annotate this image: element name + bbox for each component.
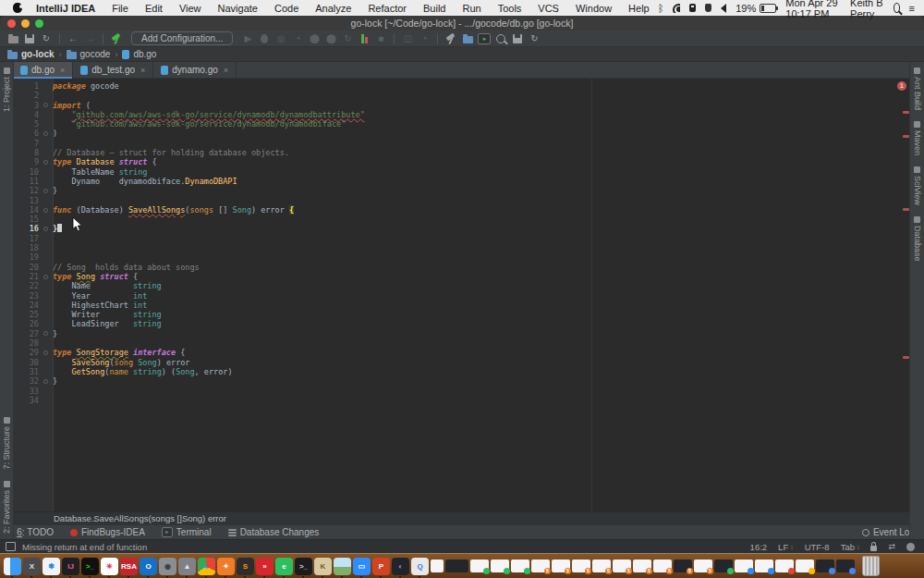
menu-run[interactable]: Run — [454, 3, 489, 14]
stop-icon[interactable]: ■ — [373, 32, 388, 45]
close-tab-icon[interactable]: × — [140, 66, 145, 75]
apple-menu-icon[interactable] — [13, 3, 22, 13]
dock-app-compass-utility[interactable]: ◉ — [159, 558, 176, 575]
open-project-icon[interactable] — [6, 32, 20, 45]
dock-app-fire-orange-app[interactable]: ✦ — [217, 558, 235, 575]
dock-app-evernote[interactable]: e — [275, 558, 293, 575]
error-count-badge[interactable]: 1 — [897, 81, 906, 91]
forward-icon[interactable]: → — [82, 32, 97, 45]
fold-marker-icon[interactable] — [43, 350, 48, 355]
sync-icon[interactable]: ⇄ — [888, 542, 895, 551]
fold-marker-icon[interactable] — [43, 131, 48, 136]
profile-icon[interactable]: ◔ — [290, 32, 305, 45]
refresh-icon[interactable]: ↻ — [527, 32, 541, 45]
dock-app-photos-landscape[interactable] — [334, 558, 351, 575]
menu-navigate[interactable]: Navigate — [210, 3, 266, 14]
line-ending-select[interactable]: LF↕ — [778, 542, 794, 552]
dock-app-powerpoint[interactable]: P — [372, 558, 390, 575]
tool-button-maven[interactable]: Maven — [913, 121, 922, 155]
dock-app-slack[interactable]: ✳ — [101, 558, 118, 575]
dock-minimized-window[interactable] — [511, 560, 529, 572]
readonly-lock-icon[interactable] — [870, 546, 877, 551]
dock-app-blue-sphere-app[interactable]: ✱ — [43, 558, 60, 575]
notification-center-icon[interactable]: ≡ — [909, 3, 915, 14]
coverage-icon[interactable]: ◎ — [274, 32, 288, 45]
breadcrumb-gocode[interactable]: gocode — [67, 49, 111, 59]
tool-window-button-database-changes[interactable]: Database Changes — [220, 527, 328, 537]
menu-help[interactable]: Help — [620, 3, 658, 14]
dock-minimized-window[interactable] — [491, 560, 509, 572]
dock-minimized-window[interactable] — [775, 560, 794, 572]
dock-minimized-window[interactable] — [796, 560, 814, 572]
dock-app-keychain[interactable]: K — [314, 558, 332, 575]
concurrency-diagram-icon[interactable] — [357, 32, 371, 45]
menu-view[interactable]: View — [171, 3, 210, 14]
fold-marker-icon[interactable] — [43, 331, 48, 336]
run-icon[interactable]: ▶ — [240, 32, 255, 45]
menubar-clock[interactable]: Mon Apr 29 10:17 PM — [785, 0, 841, 19]
menu-tools[interactable]: Tools — [490, 3, 530, 14]
dock-minimized-window[interactable]: S — [552, 560, 570, 572]
save-layout-icon[interactable] — [510, 32, 525, 45]
spotlight-icon[interactable] — [894, 3, 900, 13]
dump-icon[interactable]: ◔ — [417, 32, 432, 45]
dock-minimized-window[interactable] — [836, 560, 855, 572]
menu-vcs[interactable]: VCS — [529, 3, 567, 14]
tool-button-ant-build[interactable]: Ant Build — [913, 68, 922, 110]
tool-window-quick-access-icon[interactable] — [6, 542, 16, 551]
fold-marker-icon[interactable] — [43, 160, 48, 165]
menu-analyze[interactable]: Analyze — [307, 3, 359, 14]
search-everywhere-icon[interactable] — [493, 32, 508, 45]
dock-app-iterm[interactable]: >_ — [295, 558, 312, 575]
dock-minimized-window[interactable] — [755, 560, 773, 572]
dock-minimized-window[interactable]: S — [592, 560, 611, 572]
save-all-icon[interactable] — [22, 32, 37, 45]
trash-icon[interactable] — [862, 556, 880, 576]
code-editor[interactable]: 1package gocode23import (4 "github.com/a… — [13, 79, 910, 511]
menu-file[interactable]: File — [103, 3, 137, 14]
bluetooth-icon[interactable]: ᛒ — [658, 3, 664, 14]
back-icon[interactable]: ← — [66, 32, 80, 45]
fold-marker-icon[interactable] — [43, 275, 48, 279]
profiler-icon[interactable]: ⬤ — [307, 32, 322, 45]
build-project-icon[interactable] — [109, 32, 124, 45]
project-structure-icon[interactable] — [460, 32, 475, 45]
dock-minimized-window[interactable] — [431, 560, 444, 572]
tool-button-database[interactable]: Database — [913, 216, 922, 262]
fold-marker-icon[interactable] — [43, 379, 48, 384]
dock-app-chrome[interactable]: ● — [198, 558, 215, 575]
debug-icon[interactable] — [257, 32, 272, 45]
dock-minimized-window[interactable]: S — [653, 560, 672, 572]
dock-minimized-window[interactable] — [470, 560, 489, 572]
dock-minimized-window[interactable] — [445, 560, 468, 572]
tab-db-go[interactable]: db.go× — [13, 62, 73, 78]
error-stripe-mark[interactable] — [903, 356, 909, 359]
terminal-toolbar-icon[interactable]: ▸ — [477, 32, 492, 45]
battery-indicator[interactable]: 19% — [736, 3, 776, 14]
error-stripe-mark[interactable] — [903, 135, 909, 138]
dock-app-intellij-idea[interactable]: IJ — [62, 558, 79, 575]
dock-minimized-window[interactable]: S — [531, 560, 550, 572]
error-stripe-mark[interactable] — [903, 208, 909, 211]
indent-select[interactable]: Tab↕ — [841, 542, 860, 552]
dock-app-rsa-securid[interactable]: RSA — [120, 558, 138, 575]
menu-edit[interactable]: Edit — [137, 3, 171, 14]
dock-minimized-window[interactable] — [714, 560, 733, 572]
fold-marker-icon[interactable] — [43, 103, 48, 107]
dock-minimized-window[interactable]: S — [694, 560, 712, 572]
tool-button-7-structure[interactable]: 7: Structure — [2, 417, 11, 470]
wifi-icon[interactable] — [673, 4, 679, 13]
synchronize-icon[interactable]: ↻ — [39, 32, 54, 45]
close-tab-icon[interactable]: × — [60, 66, 65, 75]
dock-app-zoom[interactable]: ▭ — [353, 558, 371, 575]
dock-app-launchpad-rocket[interactable]: ▲ — [178, 558, 196, 575]
fold-marker-icon[interactable] — [43, 208, 48, 213]
tab-db-test-go[interactable]: db_test.go× — [73, 62, 153, 78]
dock-app-terminal-green[interactable]: >_ — [81, 558, 99, 575]
dock-app-sublime-text[interactable]: S — [237, 558, 254, 575]
docker-icon[interactable] — [705, 4, 711, 12]
fold-marker-icon[interactable] — [43, 227, 48, 231]
menu-build[interactable]: Build — [415, 3, 454, 14]
dock-app-x-app[interactable]: X — [23, 558, 41, 575]
attach-icon[interactable]: ◫ — [400, 32, 415, 45]
